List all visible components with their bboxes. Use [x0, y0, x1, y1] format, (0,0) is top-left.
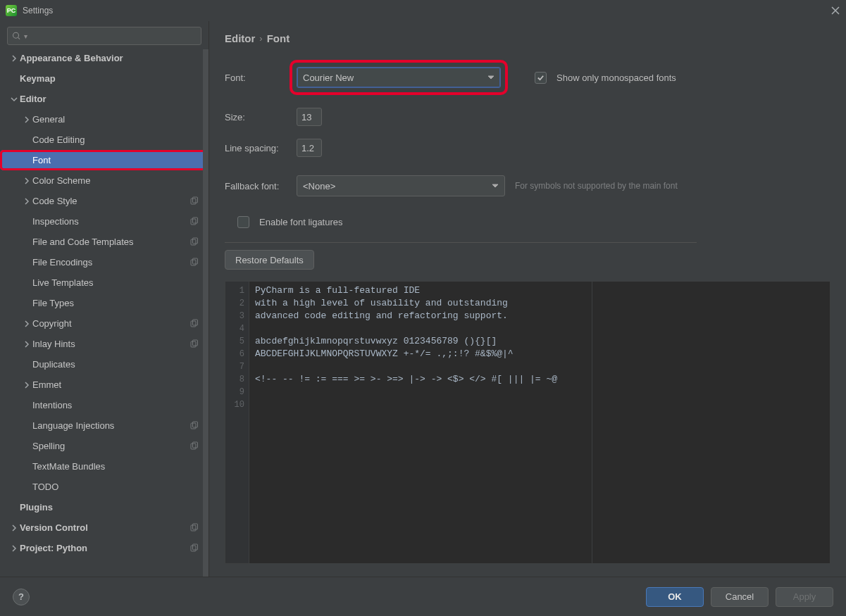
- tree-node-font[interactable]: Font: [0, 150, 207, 170]
- svg-rect-15: [191, 444, 196, 449]
- tree-node-general[interactable]: General: [0, 109, 209, 130]
- tree-node-file-and-code-templates[interactable]: File and Code Templates: [0, 232, 209, 252]
- tree-node-label: Plugins: [20, 502, 209, 513]
- tree-node-inlay-hints[interactable]: Inlay Hints: [0, 334, 209, 354]
- svg-rect-9: [191, 321, 196, 327]
- tree-node-todo[interactable]: TODO: [0, 477, 209, 497]
- chevron-right-icon: [8, 53, 20, 64]
- fallback-dropdown-value: <None>: [303, 181, 335, 191]
- svg-rect-4: [193, 218, 198, 223]
- tree-node-label: File Encodings: [32, 257, 189, 268]
- chevron-right-icon: [21, 196, 32, 207]
- breadcrumb-parent[interactable]: Editor: [225, 32, 255, 44]
- breadcrumb: Editor › Font: [225, 32, 831, 44]
- divider: [225, 242, 697, 243]
- tree-node-file-types[interactable]: File Types: [0, 293, 209, 313]
- tree-node-intentions[interactable]: Intentions: [0, 395, 209, 415]
- tree-node-label: File Types: [32, 298, 209, 308]
- tree-node-plugins[interactable]: Plugins: [0, 497, 209, 517]
- preview-gutter: 12345678910: [225, 282, 249, 563]
- tree-node-label: TODO: [32, 482, 209, 492]
- tree-node-language-injections[interactable]: Language Injections: [0, 415, 209, 436]
- svg-rect-13: [191, 423, 196, 429]
- tree-node-label: Inspections: [32, 216, 189, 227]
- tree-node-label: Intentions: [32, 400, 209, 410]
- help-icon: ?: [18, 591, 24, 602]
- tree-node-label: Emmet: [32, 379, 209, 390]
- tree-node-label: Spelling: [32, 441, 189, 451]
- tree-node-keymap[interactable]: Keymap: [0, 68, 209, 89]
- tree-node-copyright[interactable]: Copyright: [0, 313, 209, 334]
- preview-code: PyCharm is a full-featured IDE with a hi…: [249, 282, 592, 563]
- svg-rect-1: [191, 199, 196, 204]
- svg-rect-10: [193, 320, 198, 325]
- chevron-down-icon: [487, 73, 494, 83]
- scrollbar[interactable]: [203, 49, 209, 577]
- font-preview: 12345678910 PyCharm is a full-featured I…: [225, 281, 831, 564]
- search-input[interactable]: ▾: [7, 27, 201, 45]
- tree-node-editor[interactable]: Editor: [0, 89, 209, 109]
- tree-node-label: Code Editing: [32, 134, 209, 145]
- copy-icon: [189, 523, 199, 533]
- chevron-right-icon: [8, 543, 20, 554]
- apply-button[interactable]: Apply: [776, 587, 833, 607]
- tree-node-version-control[interactable]: Version Control: [0, 517, 209, 538]
- fallback-dropdown[interactable]: <None>: [297, 175, 505, 196]
- help-button[interactable]: ?: [13, 589, 30, 605]
- tree-node-duplicates[interactable]: Duplicates: [0, 354, 209, 375]
- svg-rect-11: [191, 341, 196, 347]
- close-icon[interactable]: [831, 6, 840, 15]
- chevron-right-icon: [8, 522, 20, 534]
- mono-checkbox[interactable]: [535, 72, 547, 84]
- tree-node-appearance-behavior[interactable]: Appearance & Behavior: [0, 48, 209, 68]
- size-label: Size:: [225, 112, 287, 122]
- sidebar: ▾ Appearance & BehaviorKeymapEditorGener…: [0, 21, 209, 577]
- titlebar: PC Settings: [0, 0, 846, 21]
- tree-node-color-scheme[interactable]: Color Scheme: [0, 170, 209, 191]
- svg-rect-6: [193, 238, 198, 244]
- svg-rect-2: [193, 197, 198, 203]
- tree-node-code-editing[interactable]: Code Editing: [0, 130, 209, 150]
- copy-icon: [189, 237, 199, 247]
- copy-icon: [189, 339, 199, 349]
- fallback-label: Fallback font:: [225, 181, 287, 191]
- tree-node-label: Copyright: [32, 318, 189, 329]
- tree-node-label: Font: [32, 155, 207, 165]
- tree-node-project-python[interactable]: Project: Python: [0, 538, 209, 558]
- highlight-font-dropdown: Courier New: [290, 60, 508, 95]
- tree-node-label: TextMate Bundles: [32, 461, 209, 472]
- ok-button[interactable]: OK: [646, 587, 704, 607]
- tree-node-textmate-bundles[interactable]: TextMate Bundles: [0, 456, 209, 477]
- ligatures-checkbox[interactable]: [237, 216, 249, 228]
- svg-rect-8: [193, 258, 198, 264]
- dropdown-chevron-icon: ▾: [24, 32, 27, 40]
- svg-rect-20: [193, 544, 198, 550]
- svg-rect-7: [191, 260, 196, 265]
- chevron-right-icon: ›: [259, 33, 262, 44]
- tree-node-live-templates[interactable]: Live Templates: [0, 272, 209, 293]
- tree-node-label: Editor: [20, 94, 209, 104]
- size-input[interactable]: 13: [297, 108, 322, 126]
- tree-node-inspections[interactable]: Inspections: [0, 211, 209, 232]
- copy-icon: [189, 543, 199, 553]
- tree-node-spelling[interactable]: Spelling: [0, 436, 209, 456]
- tree-node-emmet[interactable]: Emmet: [0, 375, 209, 395]
- dialog-footer: ? OK Cancel Apply: [0, 577, 846, 616]
- tree-node-label: Inlay Hints: [32, 339, 189, 349]
- fallback-hint: For symbols not supported by the main fo…: [515, 181, 678, 191]
- tree-node-label: Language Injections: [32, 420, 189, 431]
- tree-node-code-style[interactable]: Code Style: [0, 191, 209, 211]
- chevron-right-icon: [21, 318, 32, 329]
- copy-icon: [189, 421, 199, 431]
- ligatures-checkbox-label[interactable]: Enable font ligatures: [259, 217, 343, 227]
- restore-defaults-button[interactable]: Restore Defaults: [225, 250, 314, 270]
- chevron-right-icon: [21, 339, 32, 350]
- font-dropdown[interactable]: Courier New: [297, 67, 501, 88]
- settings-tree[interactable]: Appearance & BehaviorKeymapEditorGeneral…: [0, 48, 209, 577]
- cancel-button[interactable]: Cancel: [711, 587, 769, 607]
- tree-node-label: Appearance & Behavior: [20, 53, 209, 63]
- tree-node-file-encodings[interactable]: File Encodings: [0, 252, 209, 272]
- mono-checkbox-label[interactable]: Show only monospaced fonts: [556, 73, 676, 83]
- spacing-input[interactable]: 1.2: [297, 139, 322, 157]
- chevron-down-icon: [492, 181, 499, 191]
